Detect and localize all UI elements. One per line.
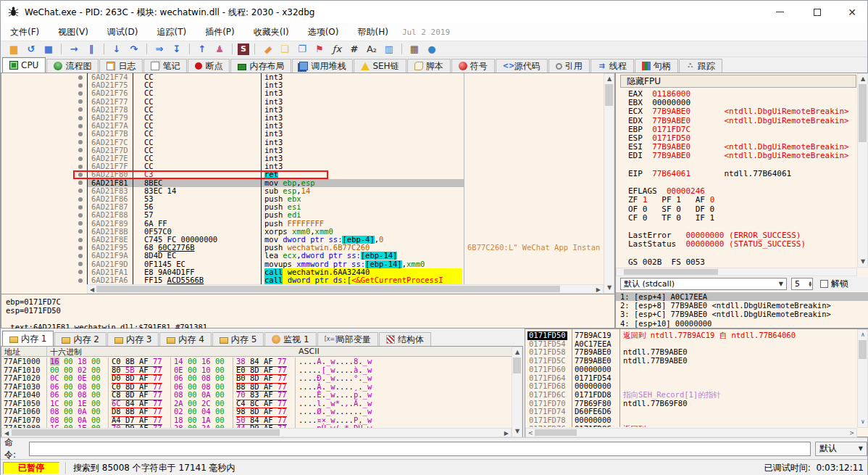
- tab-笔记[interactable]: 笔记: [143, 59, 187, 73]
- command-input[interactable]: [29, 442, 811, 456]
- tab-CPU[interactable]: CPU: [2, 57, 46, 73]
- tab-源代码[interactable]: <>源代码: [496, 59, 548, 73]
- memtab-内存 4[interactable]: 内存 4: [159, 332, 211, 346]
- tab-句柄[interactable]: 句柄: [635, 59, 678, 73]
- register-line[interactable]: [628, 178, 857, 187]
- restart-icon[interactable]: ↺: [24, 43, 38, 56]
- patch-icon[interactable]: ▬: [258, 39, 277, 59]
- strings-icon[interactable]: S: [238, 44, 249, 55]
- menu-item[interactable]: 插件(P): [196, 24, 244, 41]
- register-line[interactable]: EDX 77B9ABE0 <ntdll.DbgUiRemoteBreakin>: [628, 117, 857, 125]
- stack-vertical-scrollbar[interactable]: ∧∨: [857, 329, 868, 428]
- registers-vertical-scrollbar[interactable]: ▲▼: [857, 73, 868, 268]
- menu-item[interactable]: 视图(V): [49, 24, 98, 41]
- maximize-button[interactable]: [801, 1, 834, 23]
- register-line[interactable]: [628, 223, 857, 231]
- go-user-icon[interactable]: ♟: [212, 43, 227, 56]
- memtab-监视 1[interactable]: 监视 1: [264, 332, 316, 346]
- register-line[interactable]: ZF 1 PF 1 AF 0: [628, 196, 857, 205]
- register-line[interactable]: [628, 249, 857, 258]
- az-icon[interactable]: A₂: [364, 43, 379, 56]
- pause-icon[interactable]: ‖: [84, 43, 99, 56]
- run-icon[interactable]: →: [67, 43, 81, 56]
- tab-调用堆栈[interactable]: 调用堆栈: [292, 59, 353, 73]
- argument-row[interactable]: 1: [esp+4] A0C17EEA: [616, 292, 868, 301]
- tab-跟踪[interactable]: ∴跟踪: [679, 59, 722, 73]
- tab-引用[interactable]: 引用: [548, 59, 590, 73]
- register-line[interactable]: GS 002B FS 0053: [628, 258, 857, 267]
- register-line[interactable]: OF 0 SF 0 DF 0: [628, 205, 857, 214]
- hash-icon[interactable]: #: [347, 43, 362, 56]
- tab-日志[interactable]: 日志: [99, 59, 143, 73]
- tab-流程图[interactable]: 流程图: [46, 59, 99, 73]
- disasm-row[interactable]: 6AD21F7BCCint3: [1, 130, 604, 138]
- argument-row[interactable]: 3: [esp+C] 77B9ABE0 <ntdll.DbgUiRemoteBr…: [616, 310, 868, 318]
- register-line[interactable]: ESI 77B9ABE0 <ntdll.DbgUiRemoteBreakin>: [628, 143, 857, 152]
- close-button[interactable]: ✕: [835, 1, 868, 23]
- dump-vertical-scrollbar[interactable]: ▲▼: [512, 347, 522, 437]
- register-line[interactable]: EIP 77B64061 ntdll.77B64061: [628, 170, 857, 178]
- disasm-horizontal-scrollbar[interactable]: ◀▶: [87, 284, 604, 294]
- disasm-row[interactable]: 6AD21F8857push edi: [1, 211, 604, 219]
- menu-item[interactable]: 帮助(H): [348, 24, 397, 41]
- calculator-icon[interactable]: ▦: [407, 43, 422, 56]
- tab-脚本[interactable]: 脚本: [407, 59, 451, 73]
- tab-断点[interactable]: 断点: [188, 59, 230, 73]
- command-profile-dropdown[interactable]: 默认 ▼: [815, 442, 867, 456]
- comments-icon[interactable]: ❑: [277, 43, 292, 56]
- registers-horizontal-scrollbar[interactable]: [616, 268, 857, 276]
- memtab-内存 2[interactable]: 内存 2: [54, 332, 106, 346]
- disasm-row[interactable]: 6AD21F9A8D4D EClea ecx,dword ptr ss:[ebp…: [1, 252, 604, 260]
- tab-符号[interactable]: 符号: [451, 59, 495, 73]
- step-out-icon[interactable]: ↧: [170, 43, 184, 56]
- register-line[interactable]: LastError 00000000 (ERROR_SUCCESS): [628, 231, 857, 240]
- step-into-icon[interactable]: ↓: [109, 43, 124, 56]
- register-line[interactable]: EFLAGS 00000246: [628, 187, 857, 196]
- menu-item[interactable]: 选项(O): [299, 24, 349, 41]
- labels-icon[interactable]: ❐: [295, 43, 309, 56]
- register-line[interactable]: [628, 161, 857, 170]
- memtab-内存 1[interactable]: 内存 1: [2, 331, 54, 346]
- memtab-内存 3[interactable]: 内存 3: [107, 332, 159, 346]
- tab-线程[interactable]: ⇉线程: [591, 59, 634, 73]
- register-line[interactable]: ESP 0171FD50: [628, 134, 857, 143]
- register-line[interactable]: EBP 0171FD7C: [628, 125, 857, 134]
- unlock-checkbox[interactable]: [820, 280, 828, 288]
- stack-row[interactable]: 0171FD5077B9AC19返回到 ntdll.77B9AC19 自 ntd…: [525, 331, 857, 340]
- run-up-icon[interactable]: ↑: [195, 43, 209, 56]
- calling-convention-select[interactable]: 默认 (stdcall) ▼: [620, 278, 787, 290]
- menu-item[interactable]: 追踪(T): [147, 24, 196, 41]
- stack-horizontal-scrollbar[interactable]: <>: [525, 428, 857, 437]
- memtab-内存 5[interactable]: 内存 5: [212, 332, 264, 346]
- step-over-icon[interactable]: ↷: [127, 43, 141, 56]
- globe-icon[interactable]: ●: [425, 43, 439, 56]
- stack-row[interactable]: 0171FD6000000000: [525, 365, 857, 374]
- memtab-结构体[interactable]: 结构体: [379, 332, 431, 346]
- disasm-vertical-scrollbar[interactable]: ▲▼: [604, 73, 614, 294]
- register-line[interactable]: CF 0 TF 0 IF 1: [628, 214, 857, 223]
- stack-row[interactable]: 0171FD7800000000: [525, 416, 857, 425]
- run-to-user-icon[interactable]: ⇒: [152, 43, 167, 56]
- disasm-row[interactable]: 6AD21F80C3ret: [1, 170, 604, 178]
- tab-内存布局[interactable]: 内存布局: [230, 59, 291, 73]
- argument-row[interactable]: 4: [esp+10] 00000000: [616, 319, 868, 328]
- disasm-row[interactable]: 6AD21F76CCint3: [1, 89, 604, 97]
- memtab-局部变量[interactable]: [x=]局部变量: [317, 332, 378, 346]
- stepper-down-icon[interactable]: ▼: [809, 284, 811, 287]
- register-line[interactable]: EAX 01186000: [628, 90, 857, 99]
- dump-horizontal-scrollbar[interactable]: ◀▶: [1, 428, 512, 437]
- menu-item[interactable]: 调试(D): [98, 24, 148, 41]
- register-line[interactable]: EDI 77B9ABE0 <ntdll.DbgUiRemoteBreakin>: [628, 152, 857, 160]
- disasm-row[interactable]: 6AD21FA6FF15 ACD5566Bcall dword ptr ds:[…: [1, 276, 604, 284]
- tab-SEH链[interactable]: SEH链: [354, 59, 406, 73]
- hide-fpu-button[interactable]: 隐藏FPU: [620, 75, 856, 88]
- minimize-button[interactable]: [763, 1, 796, 23]
- device-icon[interactable]: ▥: [382, 43, 396, 56]
- bookmark-icon[interactable]: ⚑: [312, 43, 327, 56]
- argument-row[interactable]: 2: [esp+8] 77B9ABE0 <ntdll.DbgUiRemoteBr…: [616, 301, 868, 310]
- register-line[interactable]: LastStatus 00000000 (STATUS_SUCCESS): [628, 240, 857, 249]
- register-line[interactable]: EBX 00000000: [628, 99, 857, 107]
- register-line[interactable]: ECX 77B9ABE0 <ntdll.DbgUiRemoteBreakin>: [628, 107, 857, 116]
- arg-count-stepper[interactable]: 5 ▲ ▼: [791, 278, 813, 290]
- menu-item[interactable]: 收藏夹(I): [244, 24, 299, 41]
